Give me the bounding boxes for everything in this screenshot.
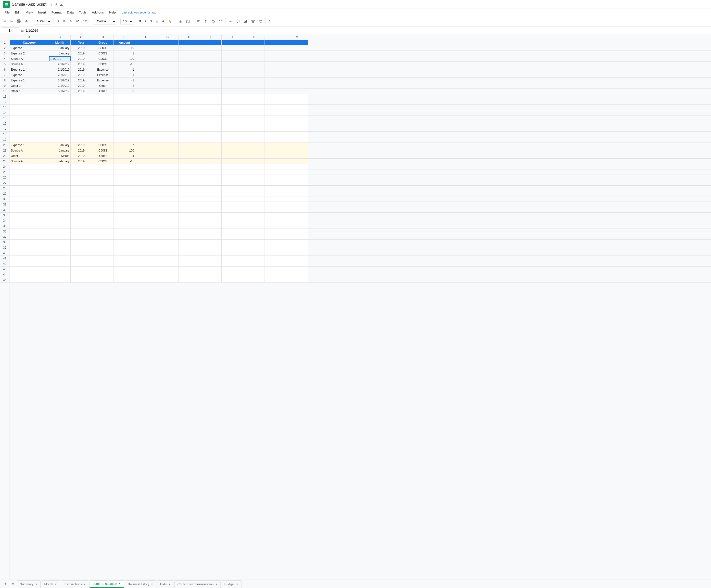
- cell-r27-cF[interactable]: [135, 180, 157, 185]
- merge-button[interactable]: [185, 19, 191, 24]
- cell-r17-cJ[interactable]: [222, 126, 243, 131]
- cell-r30-cK[interactable]: [243, 196, 265, 202]
- cell-r27-cC[interactable]: [71, 180, 92, 185]
- cell-r38-cI[interactable]: [200, 239, 222, 245]
- cell-r35-cL[interactable]: [265, 224, 286, 229]
- cell-r26-cM[interactable]: [286, 175, 308, 180]
- cell-r35-cF[interactable]: [135, 224, 157, 229]
- cell-r4-cK[interactable]: [243, 56, 265, 61]
- cell-r37-cB[interactable]: [49, 234, 71, 239]
- table-row[interactable]: [10, 218, 711, 224]
- cell-r9-cC[interactable]: 2019: [71, 83, 92, 88]
- cell-r37-cI[interactable]: [200, 234, 222, 239]
- cell-r24-cI[interactable]: [200, 164, 222, 169]
- cell-r10-cE[interactable]: -2: [114, 88, 135, 94]
- cell-r39-cF[interactable]: [135, 245, 157, 250]
- col-header-f[interactable]: F: [135, 35, 157, 40]
- cell-r7-cF[interactable]: [135, 72, 157, 78]
- cell-r29-cI[interactable]: [200, 191, 222, 196]
- cell-r42-cF[interactable]: [135, 261, 157, 266]
- cell-r1-cD[interactable]: Group: [92, 40, 114, 45]
- cell-r11-cF[interactable]: [135, 94, 157, 99]
- cell-r5-cA[interactable]: Source A: [10, 62, 49, 67]
- cell-r2-cD[interactable]: COGS: [92, 45, 114, 50]
- table-row[interactable]: Source AJanuary2019COGS100: [10, 148, 711, 153]
- table-row[interactable]: [10, 105, 711, 110]
- chart-button[interactable]: [242, 19, 249, 24]
- cell-r37-cC[interactable]: [71, 234, 92, 239]
- cell-r14-cM[interactable]: [286, 110, 308, 115]
- col-header-a[interactable]: A: [10, 35, 49, 40]
- cell-r4-cG[interactable]: [157, 56, 178, 61]
- cell-r26-cL[interactable]: [265, 175, 286, 180]
- cell-r33-cJ[interactable]: [222, 213, 243, 218]
- cell-r22-cG[interactable]: [157, 153, 178, 159]
- cell-r15-cH[interactable]: [178, 115, 200, 121]
- link-button[interactable]: [228, 19, 234, 24]
- cell-r22-cH[interactable]: [178, 153, 200, 159]
- cell-r13-cC[interactable]: [71, 105, 92, 110]
- cell-r44-cA[interactable]: [10, 272, 49, 277]
- cell-r6-cE[interactable]: -1: [114, 67, 135, 72]
- cell-r20-cE[interactable]: 7: [114, 143, 135, 148]
- cell-r31-cL[interactable]: [265, 202, 286, 207]
- cell-r2-cM[interactable]: [286, 45, 308, 50]
- col-header-k[interactable]: K: [243, 35, 265, 40]
- cell-r37-cL[interactable]: [265, 234, 286, 239]
- cell-r20-cF[interactable]: [135, 143, 157, 148]
- cell-r30-cJ[interactable]: [222, 196, 243, 202]
- cell-r31-cE[interactable]: [114, 202, 135, 207]
- table-row[interactable]: Source A2/1/20192019COGS-15: [10, 62, 711, 67]
- cell-r32-cI[interactable]: [200, 207, 222, 212]
- cell-r5-cH[interactable]: [178, 62, 200, 67]
- cell-r4-cD[interactable]: COGS: [92, 56, 114, 61]
- cell-r11-cC[interactable]: [71, 94, 92, 99]
- cell-r8-cF[interactable]: [135, 78, 157, 83]
- table-row[interactable]: [10, 250, 711, 256]
- cell-r31-cK[interactable]: [243, 202, 265, 207]
- col-header-m[interactable]: M: [286, 35, 308, 40]
- cell-r6-cC[interactable]: 2019: [71, 67, 92, 72]
- cell-r6-cJ[interactable]: [222, 67, 243, 72]
- cell-reference-input[interactable]: [2, 27, 19, 34]
- cell-r23-cF[interactable]: [135, 159, 157, 164]
- comment-button[interactable]: [235, 19, 241, 24]
- cell-r19-cE[interactable]: [114, 137, 135, 142]
- cell-r25-cL[interactable]: [265, 169, 286, 174]
- cell-r23-cD[interactable]: COGS: [92, 159, 114, 164]
- table-row[interactable]: [10, 239, 711, 245]
- cell-r24-cJ[interactable]: [222, 164, 243, 169]
- cell-r41-cG[interactable]: [157, 256, 178, 261]
- cell-r32-cL[interactable]: [265, 207, 286, 212]
- cell-r37-cM[interactable]: [286, 234, 308, 239]
- col-header-h[interactable]: H: [178, 35, 200, 40]
- cell-r33-cK[interactable]: [243, 213, 265, 218]
- currency-button[interactable]: $: [56, 18, 60, 24]
- cell-r19-cJ[interactable]: [222, 137, 243, 142]
- cell-r21-cF[interactable]: [135, 148, 157, 153]
- cell-r31-cM[interactable]: [286, 202, 308, 207]
- cell-r14-cK[interactable]: [243, 110, 265, 115]
- cell-r21-cB[interactable]: January: [49, 148, 71, 153]
- table-row[interactable]: [10, 256, 711, 261]
- cell-r6-cL[interactable]: [265, 67, 286, 72]
- cell-r32-cM[interactable]: [286, 207, 308, 212]
- cell-r8-cC[interactable]: 2019: [71, 78, 92, 83]
- cell-r13-cK[interactable]: [243, 105, 265, 110]
- cell-r21-cC[interactable]: 2019: [71, 148, 92, 153]
- cell-r9-cD[interactable]: Other: [92, 83, 114, 88]
- cell-r37-cE[interactable]: [114, 234, 135, 239]
- cell-r8-cB[interactable]: 3/1/2019: [49, 78, 71, 83]
- cell-r23-cI[interactable]: [200, 159, 222, 164]
- cell-r23-cC[interactable]: 2019: [71, 159, 92, 164]
- cell-r12-cK[interactable]: [243, 99, 265, 104]
- cell-r43-cA[interactable]: [10, 267, 49, 272]
- cell-r24-cM[interactable]: [286, 164, 308, 169]
- cell-r38-cH[interactable]: [178, 239, 200, 245]
- cell-r12-cD[interactable]: [92, 99, 114, 104]
- cloud-icon[interactable]: ☁: [59, 2, 63, 6]
- cell-r40-cA[interactable]: [10, 250, 49, 255]
- cell-r7-cG[interactable]: [157, 72, 178, 78]
- cell-r36-cI[interactable]: [200, 229, 222, 234]
- cell-r10-cM[interactable]: [286, 88, 308, 94]
